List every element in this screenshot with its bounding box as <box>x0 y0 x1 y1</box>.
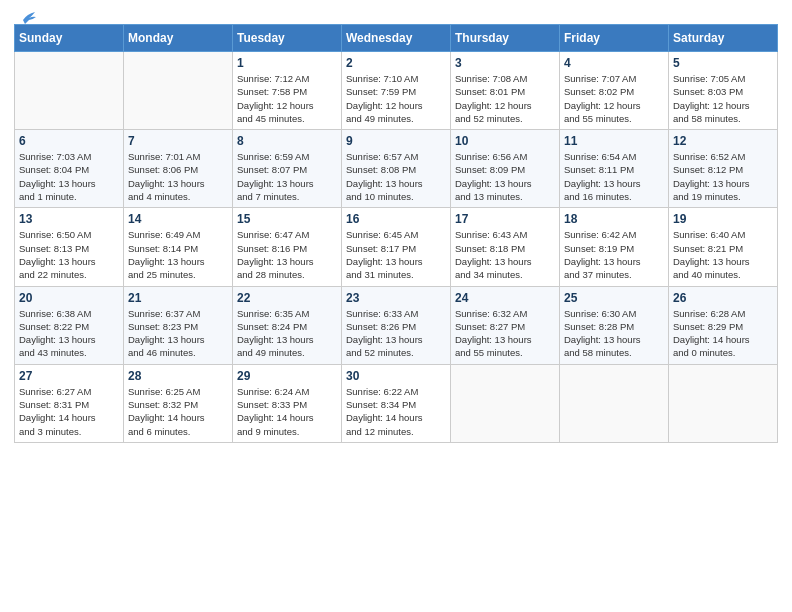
day-info: Sunrise: 7:08 AM Sunset: 8:01 PM Dayligh… <box>455 72 555 125</box>
day-number: 28 <box>128 369 228 383</box>
day-info: Sunrise: 6:45 AM Sunset: 8:17 PM Dayligh… <box>346 228 446 281</box>
day-header-sunday: Sunday <box>15 25 124 52</box>
day-number: 12 <box>673 134 773 148</box>
header <box>0 0 792 18</box>
week-row-0: 1Sunrise: 7:12 AM Sunset: 7:58 PM Daylig… <box>15 52 778 130</box>
calendar-cell <box>669 364 778 442</box>
day-number: 11 <box>564 134 664 148</box>
day-info: Sunrise: 6:28 AM Sunset: 8:29 PM Dayligh… <box>673 307 773 360</box>
day-number: 14 <box>128 212 228 226</box>
day-info: Sunrise: 6:38 AM Sunset: 8:22 PM Dayligh… <box>19 307 119 360</box>
day-number: 15 <box>237 212 337 226</box>
day-info: Sunrise: 6:33 AM Sunset: 8:26 PM Dayligh… <box>346 307 446 360</box>
calendar-cell <box>560 364 669 442</box>
calendar-cell: 22Sunrise: 6:35 AM Sunset: 8:24 PM Dayli… <box>233 286 342 364</box>
day-number: 23 <box>346 291 446 305</box>
days-header-row: SundayMondayTuesdayWednesdayThursdayFrid… <box>15 25 778 52</box>
day-info: Sunrise: 6:25 AM Sunset: 8:32 PM Dayligh… <box>128 385 228 438</box>
calendar-cell: 16Sunrise: 6:45 AM Sunset: 8:17 PM Dayli… <box>342 208 451 286</box>
day-number: 2 <box>346 56 446 70</box>
day-header-thursday: Thursday <box>451 25 560 52</box>
day-number: 19 <box>673 212 773 226</box>
calendar-cell: 8Sunrise: 6:59 AM Sunset: 8:07 PM Daylig… <box>233 130 342 208</box>
day-info: Sunrise: 6:24 AM Sunset: 8:33 PM Dayligh… <box>237 385 337 438</box>
logo-bird-icon <box>21 12 37 24</box>
calendar-cell: 13Sunrise: 6:50 AM Sunset: 8:13 PM Dayli… <box>15 208 124 286</box>
calendar-cell: 21Sunrise: 6:37 AM Sunset: 8:23 PM Dayli… <box>124 286 233 364</box>
day-info: Sunrise: 6:40 AM Sunset: 8:21 PM Dayligh… <box>673 228 773 281</box>
day-info: Sunrise: 6:47 AM Sunset: 8:16 PM Dayligh… <box>237 228 337 281</box>
day-number: 7 <box>128 134 228 148</box>
calendar-cell: 14Sunrise: 6:49 AM Sunset: 8:14 PM Dayli… <box>124 208 233 286</box>
day-info: Sunrise: 6:37 AM Sunset: 8:23 PM Dayligh… <box>128 307 228 360</box>
day-number: 8 <box>237 134 337 148</box>
day-number: 30 <box>346 369 446 383</box>
day-info: Sunrise: 6:43 AM Sunset: 8:18 PM Dayligh… <box>455 228 555 281</box>
calendar-cell: 11Sunrise: 6:54 AM Sunset: 8:11 PM Dayli… <box>560 130 669 208</box>
week-row-4: 27Sunrise: 6:27 AM Sunset: 8:31 PM Dayli… <box>15 364 778 442</box>
day-info: Sunrise: 6:56 AM Sunset: 8:09 PM Dayligh… <box>455 150 555 203</box>
page: SundayMondayTuesdayWednesdayThursdayFrid… <box>0 0 792 612</box>
calendar-cell: 26Sunrise: 6:28 AM Sunset: 8:29 PM Dayli… <box>669 286 778 364</box>
day-info: Sunrise: 6:22 AM Sunset: 8:34 PM Dayligh… <box>346 385 446 438</box>
day-number: 25 <box>564 291 664 305</box>
week-row-3: 20Sunrise: 6:38 AM Sunset: 8:22 PM Dayli… <box>15 286 778 364</box>
day-info: Sunrise: 6:32 AM Sunset: 8:27 PM Dayligh… <box>455 307 555 360</box>
day-number: 1 <box>237 56 337 70</box>
day-info: Sunrise: 6:59 AM Sunset: 8:07 PM Dayligh… <box>237 150 337 203</box>
calendar-cell: 7Sunrise: 7:01 AM Sunset: 8:06 PM Daylig… <box>124 130 233 208</box>
day-header-wednesday: Wednesday <box>342 25 451 52</box>
day-number: 21 <box>128 291 228 305</box>
calendar-cell: 27Sunrise: 6:27 AM Sunset: 8:31 PM Dayli… <box>15 364 124 442</box>
calendar-cell: 28Sunrise: 6:25 AM Sunset: 8:32 PM Dayli… <box>124 364 233 442</box>
calendar-cell: 17Sunrise: 6:43 AM Sunset: 8:18 PM Dayli… <box>451 208 560 286</box>
calendar-cell: 24Sunrise: 6:32 AM Sunset: 8:27 PM Dayli… <box>451 286 560 364</box>
day-number: 27 <box>19 369 119 383</box>
day-number: 29 <box>237 369 337 383</box>
calendar-cell: 2Sunrise: 7:10 AM Sunset: 7:59 PM Daylig… <box>342 52 451 130</box>
day-number: 18 <box>564 212 664 226</box>
day-info: Sunrise: 6:35 AM Sunset: 8:24 PM Dayligh… <box>237 307 337 360</box>
calendar-cell: 29Sunrise: 6:24 AM Sunset: 8:33 PM Dayli… <box>233 364 342 442</box>
day-info: Sunrise: 7:10 AM Sunset: 7:59 PM Dayligh… <box>346 72 446 125</box>
day-number: 16 <box>346 212 446 226</box>
day-number: 13 <box>19 212 119 226</box>
calendar-body: 1Sunrise: 7:12 AM Sunset: 7:58 PM Daylig… <box>15 52 778 443</box>
calendar-cell: 23Sunrise: 6:33 AM Sunset: 8:26 PM Dayli… <box>342 286 451 364</box>
day-info: Sunrise: 6:42 AM Sunset: 8:19 PM Dayligh… <box>564 228 664 281</box>
calendar-cell: 18Sunrise: 6:42 AM Sunset: 8:19 PM Dayli… <box>560 208 669 286</box>
calendar-cell: 10Sunrise: 6:56 AM Sunset: 8:09 PM Dayli… <box>451 130 560 208</box>
day-header-tuesday: Tuesday <box>233 25 342 52</box>
day-number: 24 <box>455 291 555 305</box>
logo <box>20 12 37 22</box>
calendar-cell: 4Sunrise: 7:07 AM Sunset: 8:02 PM Daylig… <box>560 52 669 130</box>
day-info: Sunrise: 6:54 AM Sunset: 8:11 PM Dayligh… <box>564 150 664 203</box>
day-header-saturday: Saturday <box>669 25 778 52</box>
calendar-cell <box>15 52 124 130</box>
calendar-header: SundayMondayTuesdayWednesdayThursdayFrid… <box>15 25 778 52</box>
logo-text <box>20 12 37 22</box>
day-number: 26 <box>673 291 773 305</box>
day-info: Sunrise: 7:03 AM Sunset: 8:04 PM Dayligh… <box>19 150 119 203</box>
week-row-1: 6Sunrise: 7:03 AM Sunset: 8:04 PM Daylig… <box>15 130 778 208</box>
day-number: 4 <box>564 56 664 70</box>
calendar-cell: 15Sunrise: 6:47 AM Sunset: 8:16 PM Dayli… <box>233 208 342 286</box>
week-row-2: 13Sunrise: 6:50 AM Sunset: 8:13 PM Dayli… <box>15 208 778 286</box>
day-header-monday: Monday <box>124 25 233 52</box>
calendar-cell <box>124 52 233 130</box>
day-number: 5 <box>673 56 773 70</box>
day-number: 3 <box>455 56 555 70</box>
calendar-wrap: SundayMondayTuesdayWednesdayThursdayFrid… <box>0 18 792 453</box>
calendar-cell <box>451 364 560 442</box>
calendar-cell: 20Sunrise: 6:38 AM Sunset: 8:22 PM Dayli… <box>15 286 124 364</box>
day-number: 17 <box>455 212 555 226</box>
day-number: 20 <box>19 291 119 305</box>
calendar-cell: 30Sunrise: 6:22 AM Sunset: 8:34 PM Dayli… <box>342 364 451 442</box>
calendar-cell: 25Sunrise: 6:30 AM Sunset: 8:28 PM Dayli… <box>560 286 669 364</box>
day-info: Sunrise: 6:30 AM Sunset: 8:28 PM Dayligh… <box>564 307 664 360</box>
calendar-cell: 3Sunrise: 7:08 AM Sunset: 8:01 PM Daylig… <box>451 52 560 130</box>
day-info: Sunrise: 6:52 AM Sunset: 8:12 PM Dayligh… <box>673 150 773 203</box>
calendar-cell: 6Sunrise: 7:03 AM Sunset: 8:04 PM Daylig… <box>15 130 124 208</box>
calendar-cell: 5Sunrise: 7:05 AM Sunset: 8:03 PM Daylig… <box>669 52 778 130</box>
day-info: Sunrise: 6:27 AM Sunset: 8:31 PM Dayligh… <box>19 385 119 438</box>
